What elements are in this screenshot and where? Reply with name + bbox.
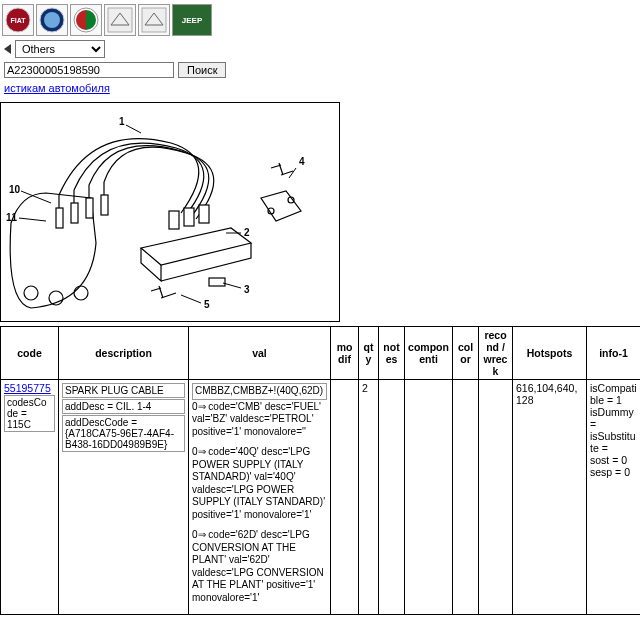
th-recond: recond / wreck xyxy=(479,327,513,380)
cell-componenti xyxy=(405,380,453,615)
th-info: info-1 xyxy=(587,327,641,380)
cell-info: isCompatible = 1 isDummy = isSubstitute … xyxy=(587,380,641,615)
callout-4: 4 xyxy=(299,156,305,167)
svg-rect-16 xyxy=(199,205,209,223)
category-select[interactable]: Others xyxy=(15,40,105,58)
svg-rect-14 xyxy=(169,211,179,229)
svg-rect-19 xyxy=(209,278,225,286)
cell-color xyxy=(453,380,479,615)
svg-rect-6 xyxy=(142,8,166,32)
svg-rect-15 xyxy=(184,208,194,226)
brand-lancia[interactable] xyxy=(36,4,68,36)
parts-table: code description val modif qty notes com… xyxy=(0,326,640,615)
svg-line-26 xyxy=(223,283,241,288)
cell-modif xyxy=(331,380,359,615)
brand-fiat[interactable]: FIAT xyxy=(2,4,34,36)
callout-2: 2 xyxy=(244,227,250,238)
svg-text:FIAT: FIAT xyxy=(10,17,26,24)
th-componenti: componenti xyxy=(405,327,453,380)
callout-5: 5 xyxy=(204,299,210,310)
cell-hotspots: 616,104,640,128 xyxy=(513,380,587,615)
svg-rect-10 xyxy=(56,208,63,228)
search-input[interactable] xyxy=(4,62,174,78)
brand-chrysler-1[interactable] xyxy=(104,4,136,36)
svg-rect-13 xyxy=(101,195,108,215)
callout-11: 11 xyxy=(6,212,18,223)
svg-point-9 xyxy=(74,286,88,300)
th-val: val xyxy=(189,327,331,380)
cell-notes xyxy=(379,380,405,615)
brand-alfa[interactable] xyxy=(70,4,102,36)
svg-rect-12 xyxy=(86,198,93,218)
brand-bar: FIAT JEEP xyxy=(0,2,640,38)
table-header-row: code description val modif qty notes com… xyxy=(1,327,641,380)
parts-diagram: 1 10 11 4 2 5 3 xyxy=(0,102,340,322)
callout-3: 3 xyxy=(244,284,250,295)
th-qty: qty xyxy=(359,327,379,380)
part-code-link[interactable]: 55195775 xyxy=(4,382,51,394)
cell-qty: 2 xyxy=(359,380,379,615)
nav-back-icon[interactable] xyxy=(4,44,11,54)
callout-10: 10 xyxy=(9,184,21,195)
th-description: description xyxy=(59,327,189,380)
svg-rect-5 xyxy=(108,8,132,32)
callout-1: 1 xyxy=(119,116,125,127)
cell-val: CMBBZ,CMBBZ+!(40Q,62D) 0⇒ code='CMB' des… xyxy=(189,380,331,615)
th-hotspots: Hotspots xyxy=(513,327,587,380)
th-code: code xyxy=(1,327,59,380)
cell-recond xyxy=(479,380,513,615)
search-button[interactable]: Поиск xyxy=(178,62,226,78)
th-notes: notes xyxy=(379,327,405,380)
th-color: color xyxy=(453,327,479,380)
vehicle-characteristics-link[interactable]: истикам автомобиля xyxy=(0,80,114,96)
svg-line-20 xyxy=(126,125,141,133)
brand-chrysler-2[interactable] xyxy=(138,4,170,36)
svg-point-3 xyxy=(44,12,60,28)
svg-rect-11 xyxy=(71,203,78,223)
table-row: 55195775 codesCode = 115C SPARK PLUG CAB… xyxy=(1,380,641,615)
svg-line-25 xyxy=(181,295,201,303)
cell-description: SPARK PLUG CABLE addDesc = CIL. 1-4 addD… xyxy=(59,380,189,615)
cell-code: 55195775 codesCode = 115C xyxy=(1,380,59,615)
brand-jeep[interactable]: JEEP xyxy=(172,4,212,36)
th-modif: modif xyxy=(331,327,359,380)
svg-line-23 xyxy=(289,168,296,178)
